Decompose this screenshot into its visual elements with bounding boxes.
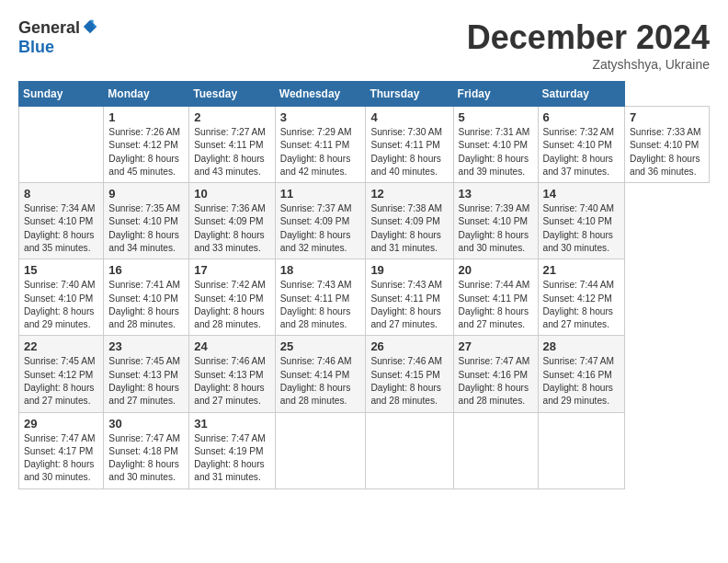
day-number: 25 xyxy=(280,339,361,353)
day-number: 27 xyxy=(459,339,533,353)
day-info: Sunrise: 7:33 AMSunset: 4:10 PMDaylight:… xyxy=(630,126,704,178)
day-info: Sunrise: 7:45 AMSunset: 4:12 PMDaylight:… xyxy=(24,355,98,408)
day-info: Sunrise: 7:44 AMSunset: 4:11 PMDaylight:… xyxy=(459,279,533,331)
day-cell: 10 Sunrise: 7:36 AMSunset: 4:09 PMDaylig… xyxy=(189,183,276,259)
day-number: 24 xyxy=(194,339,270,353)
day-cell: 7 Sunrise: 7:33 AMSunset: 4:10 PMDayligh… xyxy=(625,107,710,183)
calendar-header-row: SundayMondayTuesdayWednesdayThursdayFrid… xyxy=(19,82,710,107)
day-of-week-header: Thursday xyxy=(366,82,453,107)
day-cell: 23 Sunrise: 7:45 AMSunset: 4:13 PMDaylig… xyxy=(104,336,189,412)
day-cell: 24 Sunrise: 7:46 AMSunset: 4:13 PMDaylig… xyxy=(189,336,276,412)
day-of-week-header: Monday xyxy=(104,82,189,107)
empty-day-cell xyxy=(538,412,625,488)
day-cell: 6 Sunrise: 7:32 AMSunset: 4:10 PMDayligh… xyxy=(538,107,625,183)
day-cell: 9 Sunrise: 7:35 AMSunset: 4:10 PMDayligh… xyxy=(104,183,189,259)
day-number: 5 xyxy=(459,110,533,124)
day-info: Sunrise: 7:46 AMSunset: 4:15 PMDaylight:… xyxy=(370,355,448,408)
day-number: 3 xyxy=(280,110,361,124)
day-cell: 22 Sunrise: 7:45 AMSunset: 4:12 PMDaylig… xyxy=(19,336,104,412)
day-number: 31 xyxy=(194,417,270,431)
day-cell: 5 Sunrise: 7:31 AMSunset: 4:10 PMDayligh… xyxy=(453,107,538,183)
day-cell: 3 Sunrise: 7:29 AMSunset: 4:11 PMDayligh… xyxy=(275,107,366,183)
day-cell: 20 Sunrise: 7:44 AMSunset: 4:11 PMDaylig… xyxy=(453,259,538,336)
day-number: 6 xyxy=(543,110,620,124)
day-of-week-header: Wednesday xyxy=(275,82,366,107)
day-number: 19 xyxy=(370,263,448,277)
day-cell: 12 Sunrise: 7:38 AMSunset: 4:09 PMDaylig… xyxy=(366,183,453,259)
day-number: 12 xyxy=(370,187,448,201)
logo-icon xyxy=(82,18,98,35)
logo: General Blue xyxy=(18,18,98,57)
day-number: 8 xyxy=(24,187,98,201)
day-info: Sunrise: 7:35 AMSunset: 4:10 PMDaylight:… xyxy=(108,202,184,255)
day-of-week-header: Tuesday xyxy=(189,82,276,107)
day-number: 7 xyxy=(630,110,704,124)
calendar-week-row: 15 Sunrise: 7:40 AMSunset: 4:10 PMDaylig… xyxy=(19,259,710,336)
day-info: Sunrise: 7:27 AMSunset: 4:11 PMDaylight:… xyxy=(194,126,270,178)
day-info: Sunrise: 7:42 AMSunset: 4:10 PMDaylight:… xyxy=(194,279,270,331)
day-info: Sunrise: 7:47 AMSunset: 4:16 PMDaylight:… xyxy=(543,355,620,408)
day-number: 17 xyxy=(194,263,270,277)
day-info: Sunrise: 7:46 AMSunset: 4:13 PMDaylight:… xyxy=(194,355,270,408)
empty-day-cell xyxy=(453,412,538,488)
day-info: Sunrise: 7:45 AMSunset: 4:13 PMDaylight:… xyxy=(108,355,184,408)
calendar-week-row: 22 Sunrise: 7:45 AMSunset: 4:12 PMDaylig… xyxy=(19,336,710,412)
day-of-week-header: Friday xyxy=(453,82,538,107)
day-cell: 4 Sunrise: 7:30 AMSunset: 4:11 PMDayligh… xyxy=(366,107,453,183)
day-info: Sunrise: 7:29 AMSunset: 4:11 PMDaylight:… xyxy=(280,126,361,178)
day-info: Sunrise: 7:44 AMSunset: 4:12 PMDaylight:… xyxy=(543,279,620,331)
day-info: Sunrise: 7:40 AMSunset: 4:10 PMDaylight:… xyxy=(24,279,98,331)
day-cell: 26 Sunrise: 7:46 AMSunset: 4:15 PMDaylig… xyxy=(366,336,453,412)
day-cell: 27 Sunrise: 7:47 AMSunset: 4:16 PMDaylig… xyxy=(453,336,538,412)
day-number: 13 xyxy=(459,187,533,201)
day-cell: 28 Sunrise: 7:47 AMSunset: 4:16 PMDaylig… xyxy=(538,336,625,412)
page-header: General Blue December 2024 Zatyshshya, U… xyxy=(18,18,710,72)
day-number: 4 xyxy=(370,110,448,124)
day-info: Sunrise: 7:40 AMSunset: 4:10 PMDaylight:… xyxy=(543,202,620,255)
day-number: 23 xyxy=(108,339,184,353)
day-number: 22 xyxy=(24,339,98,353)
day-cell: 1 Sunrise: 7:26 AMSunset: 4:12 PMDayligh… xyxy=(104,107,189,183)
day-number: 9 xyxy=(108,187,184,201)
day-number: 14 xyxy=(543,187,620,201)
day-info: Sunrise: 7:36 AMSunset: 4:09 PMDaylight:… xyxy=(194,202,270,255)
day-number: 11 xyxy=(280,187,361,201)
day-info: Sunrise: 7:37 AMSunset: 4:09 PMDaylight:… xyxy=(280,202,361,255)
day-number: 21 xyxy=(543,263,620,277)
day-cell: 11 Sunrise: 7:37 AMSunset: 4:09 PMDaylig… xyxy=(275,183,366,259)
empty-day-cell xyxy=(275,412,366,488)
day-number: 10 xyxy=(194,187,270,201)
day-info: Sunrise: 7:26 AMSunset: 4:12 PMDaylight:… xyxy=(108,126,184,178)
day-info: Sunrise: 7:38 AMSunset: 4:09 PMDaylight:… xyxy=(370,202,448,255)
empty-day-cell xyxy=(19,107,104,183)
calendar-week-row: 29 Sunrise: 7:47 AMSunset: 4:17 PMDaylig… xyxy=(19,412,710,488)
day-number: 26 xyxy=(370,339,448,353)
calendar-week-row: 1 Sunrise: 7:26 AMSunset: 4:12 PMDayligh… xyxy=(19,107,710,183)
calendar-table: SundayMondayTuesdayWednesdayThursdayFrid… xyxy=(18,81,710,489)
day-info: Sunrise: 7:34 AMSunset: 4:10 PMDaylight:… xyxy=(24,202,98,255)
calendar-week-row: 8 Sunrise: 7:34 AMSunset: 4:10 PMDayligh… xyxy=(19,183,710,259)
location-text: Zatyshshya, Ukraine xyxy=(467,57,710,72)
day-cell: 13 Sunrise: 7:39 AMSunset: 4:10 PMDaylig… xyxy=(453,183,538,259)
day-number: 30 xyxy=(108,417,184,431)
day-cell: 14 Sunrise: 7:40 AMSunset: 4:10 PMDaylig… xyxy=(538,183,625,259)
day-cell: 31 Sunrise: 7:47 AMSunset: 4:19 PMDaylig… xyxy=(189,412,276,488)
day-of-week-header: Saturday xyxy=(538,82,625,107)
day-number: 15 xyxy=(24,263,98,277)
day-cell: 16 Sunrise: 7:41 AMSunset: 4:10 PMDaylig… xyxy=(104,259,189,336)
month-title: December 2024 xyxy=(467,18,710,57)
day-info: Sunrise: 7:46 AMSunset: 4:14 PMDaylight:… xyxy=(280,355,361,408)
day-cell: 2 Sunrise: 7:27 AMSunset: 4:11 PMDayligh… xyxy=(189,107,276,183)
empty-day-cell xyxy=(366,412,453,488)
day-info: Sunrise: 7:47 AMSunset: 4:18 PMDaylight:… xyxy=(108,432,184,485)
day-info: Sunrise: 7:39 AMSunset: 4:10 PMDaylight:… xyxy=(459,202,533,255)
day-cell: 30 Sunrise: 7:47 AMSunset: 4:18 PMDaylig… xyxy=(104,412,189,488)
day-info: Sunrise: 7:47 AMSunset: 4:17 PMDaylight:… xyxy=(24,432,98,485)
day-cell: 29 Sunrise: 7:47 AMSunset: 4:17 PMDaylig… xyxy=(19,412,104,488)
day-cell: 17 Sunrise: 7:42 AMSunset: 4:10 PMDaylig… xyxy=(189,259,276,336)
day-info: Sunrise: 7:43 AMSunset: 4:11 PMDaylight:… xyxy=(370,279,448,331)
day-info: Sunrise: 7:47 AMSunset: 4:16 PMDaylight:… xyxy=(459,355,533,408)
day-cell: 8 Sunrise: 7:34 AMSunset: 4:10 PMDayligh… xyxy=(19,183,104,259)
day-cell: 19 Sunrise: 7:43 AMSunset: 4:11 PMDaylig… xyxy=(366,259,453,336)
day-info: Sunrise: 7:30 AMSunset: 4:11 PMDaylight:… xyxy=(370,126,448,178)
